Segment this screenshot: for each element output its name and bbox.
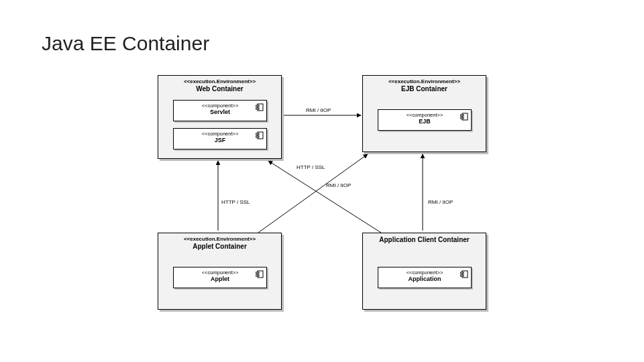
svg-line-4: [268, 161, 381, 233]
applet-container-header: <<execution.Environment>> Applet Contain…: [158, 233, 281, 255]
appclient-container-header: Application Client Container: [363, 233, 486, 249]
edge-label-applet-ejb: RMI / IIOP: [326, 182, 351, 188]
jsf-component: <<component>> JSF: [173, 128, 267, 149]
ejb-component: <<component>> EJB: [378, 109, 472, 131]
jsf-stereotype: <<component>>: [176, 131, 264, 137]
application-name: Application: [381, 276, 468, 282]
svg-rect-10: [256, 136, 259, 137]
edge-label-applet-web: HTTP / SSL: [221, 199, 250, 205]
page-title: Java EE Container: [42, 32, 209, 55]
ejb-container-header: <<execution.Environment>> EJB Container: [363, 76, 486, 98]
appclient-container-name: Application Client Container: [367, 236, 482, 245]
applet-container-stereotype: <<execution.Environment>>: [162, 236, 277, 243]
web-container-header: <<execution.Environment>> Web Container: [158, 76, 281, 98]
ejb-container: <<execution.Environment>> EJB Container …: [362, 75, 486, 152]
component-icon: [460, 270, 468, 278]
svg-rect-13: [460, 117, 464, 119]
component-icon: [256, 131, 264, 139]
servlet-component: <<component>> Servlet: [173, 100, 267, 121]
web-container-stereotype: <<execution.Environment>>: [162, 78, 277, 85]
svg-rect-12: [460, 115, 464, 116]
edge-label-appclient-web: HTTP / SSL: [297, 164, 325, 170]
appclient-container: Application Client Container <<component…: [362, 233, 486, 310]
applet-container-name: Applet Container: [162, 243, 277, 251]
svg-rect-7: [256, 108, 259, 109]
ejb-stereotype: <<component>>: [381, 112, 468, 118]
svg-rect-19: [460, 275, 464, 276]
edge-label-web-ejb: RMI / IIOP: [306, 107, 331, 113]
svg-rect-18: [460, 272, 464, 274]
ejb-name: EJB: [381, 118, 468, 125]
applet-component: <<component>> Applet: [173, 267, 267, 288]
svg-rect-15: [256, 272, 259, 274]
svg-rect-16: [256, 275, 259, 276]
edge-label-appclient-ejb: RMI / IIOP: [428, 199, 453, 205]
svg-rect-9: [256, 133, 259, 135]
component-icon: [256, 270, 264, 278]
applet-container: <<execution.Environment>> Applet Contain…: [158, 233, 282, 310]
servlet-name: Servlet: [176, 109, 264, 115]
component-icon: [460, 113, 468, 121]
applet-stereotype: <<component>>: [176, 269, 264, 276]
web-container-name: Web Container: [162, 85, 277, 94]
ejb-container-name: EJB Container: [367, 85, 482, 94]
jsf-name: JSF: [176, 137, 264, 143]
web-container: <<execution.Environment>> Web Container …: [158, 75, 282, 159]
application-stereotype: <<component>>: [381, 269, 468, 276]
component-icon: [256, 103, 264, 111]
diagram: <<execution.Environment>> Web Container …: [154, 75, 503, 343]
servlet-stereotype: <<component>>: [176, 103, 264, 109]
ejb-container-stereotype: <<execution.Environment>>: [367, 78, 482, 85]
applet-name: Applet: [176, 276, 264, 282]
application-component: <<component>> Application: [378, 267, 472, 288]
svg-rect-6: [256, 105, 259, 107]
